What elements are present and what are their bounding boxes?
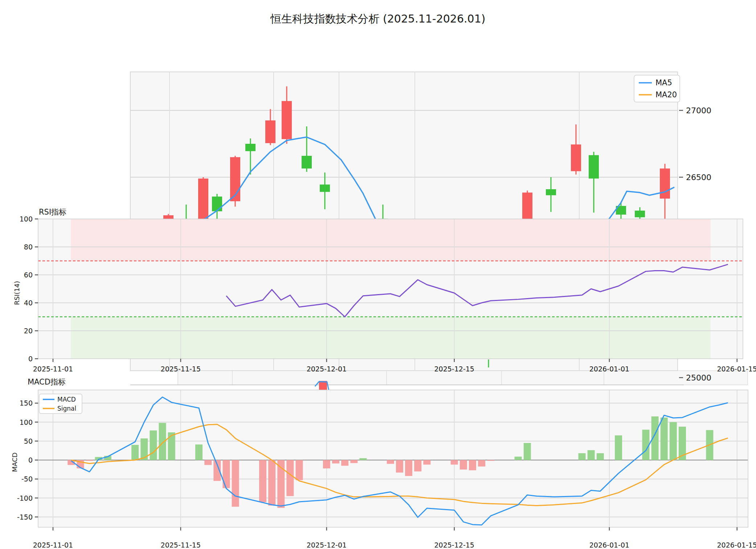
rsi-x-tick-label: 2026-01-01 — [589, 365, 629, 373]
macd-histogram-bar — [387, 460, 394, 464]
page-title: 恒生科技指数技术分析 (2025.11-2026.01) — [0, 12, 756, 27]
macd-histogram-bar — [323, 460, 330, 468]
rsi-y-tick-label: 20 — [24, 327, 33, 335]
macd-legend: MACDSignal — [39, 394, 82, 414]
macd-histogram-bar — [204, 460, 212, 465]
macd-histogram-bar — [168, 432, 175, 460]
rsi-x-tick-label: 2026-01-15 — [717, 365, 756, 373]
macd-y-tick-label: -50 — [21, 475, 33, 483]
chart-figure: 恒生科技指数技术分析 (2025.11-2026.01) RSI指标 MACD指… — [0, 0, 756, 549]
macd-x-tick-label: 2026-01-01 — [589, 541, 629, 549]
macd-histogram-bar — [150, 430, 157, 460]
rsi-y-tick-label: 0 — [28, 355, 33, 363]
macd-histogram-bar — [195, 444, 203, 460]
legend-ma20-label: MA20 — [655, 90, 677, 99]
macd-histogram-bar — [396, 460, 403, 472]
macd-histogram-bar — [414, 460, 421, 471]
legend-ma5-label: MA5 — [655, 78, 672, 87]
rsi-y-tick-label: 40 — [24, 299, 33, 307]
price-legend: MA5MA20 — [634, 75, 680, 102]
macd-y-tick-label: 50 — [24, 437, 33, 445]
rsi-x-tick-label: 2025-11-01 — [33, 365, 73, 373]
chart-canvas: 2700026500250004000MA5MA2010080604020020… — [0, 0, 756, 549]
macd-histogram-bar — [222, 460, 230, 488]
macd-histogram-bar — [405, 460, 412, 476]
macd-histogram-bar — [524, 443, 531, 460]
macd-histogram-bar — [332, 460, 339, 463]
macd-histogram-bar — [268, 460, 275, 505]
macd-histogram-bar — [670, 422, 677, 460]
rsi-panel-title: RSI指标 — [39, 207, 66, 217]
rsi-x-tick-label: 2025-11-15 — [161, 365, 201, 373]
macd-histogram-bar — [487, 460, 494, 461]
macd-histogram-bar — [460, 460, 467, 469]
macd-histogram-bar — [423, 460, 430, 465]
macd-histogram-bar — [341, 460, 348, 466]
macd-histogram-bar — [588, 450, 595, 460]
macd-histogram-bar — [615, 435, 622, 460]
macd-histogram-bar — [661, 418, 668, 460]
macd-histogram-bar — [597, 453, 604, 460]
macd-histogram-bar — [642, 430, 649, 460]
macd-x-tick-label: 2025-11-01 — [33, 541, 73, 549]
macd-histogram-bar — [350, 460, 357, 463]
rsi-y-tick-label: 100 — [20, 215, 33, 223]
rsi-panel: 1008060402002025-11-012025-11-152025-12-… — [20, 215, 756, 373]
macd-histogram-bar — [451, 460, 458, 465]
rsi-y-tick-label: 60 — [24, 271, 33, 279]
macd-histogram-bar — [359, 458, 367, 460]
price-tick-label: 26500 — [686, 173, 711, 182]
macd-histogram-bar — [515, 457, 522, 460]
macd-histogram-bar — [469, 460, 476, 470]
macd-panel: 150100500-50-100-1502025-11-012025-11-15… — [17, 390, 756, 549]
macd-histogram-bar — [86, 460, 93, 461]
macd-x-tick-label: 2025-11-15 — [161, 541, 201, 549]
price-tick-label: 27000 — [686, 106, 711, 115]
macd-histogram-bar — [286, 460, 294, 496]
price-tick-label: 25000 — [686, 373, 711, 382]
macd-x-tick-label: 2025-12-01 — [307, 541, 347, 549]
macd-histogram-bar — [579, 453, 586, 460]
macd-panel-title: MACD指标 — [28, 377, 66, 387]
macd-histogram-bar — [259, 460, 266, 502]
rsi-y-axis-label: RSI(14) — [13, 281, 21, 305]
macd-y-tick-label: -150 — [17, 513, 33, 521]
legend-macd-label: MACD — [57, 396, 76, 403]
macd-y-tick-label: -100 — [17, 494, 33, 502]
macd-y-tick-label: 0 — [28, 456, 33, 464]
legend-signal-label: Signal — [57, 405, 76, 412]
macd-histogram-bar — [478, 460, 485, 467]
rsi-y-tick-label: 80 — [24, 243, 33, 251]
macd-histogram-bar — [131, 445, 139, 460]
macd-x-tick-label: 2026-01-15 — [717, 541, 756, 549]
macd-histogram-bar — [296, 460, 303, 480]
rsi-x-tick-label: 2025-12-01 — [307, 365, 347, 373]
macd-y-tick-label: 150 — [20, 399, 33, 407]
macd-y-axis-label: MACD — [11, 452, 19, 472]
macd-x-tick-label: 2025-12-15 — [434, 541, 474, 549]
macd-y-tick-label: 100 — [20, 418, 33, 426]
macd-histogram-bar — [232, 460, 239, 507]
rsi-x-tick-label: 2025-12-15 — [434, 365, 474, 373]
